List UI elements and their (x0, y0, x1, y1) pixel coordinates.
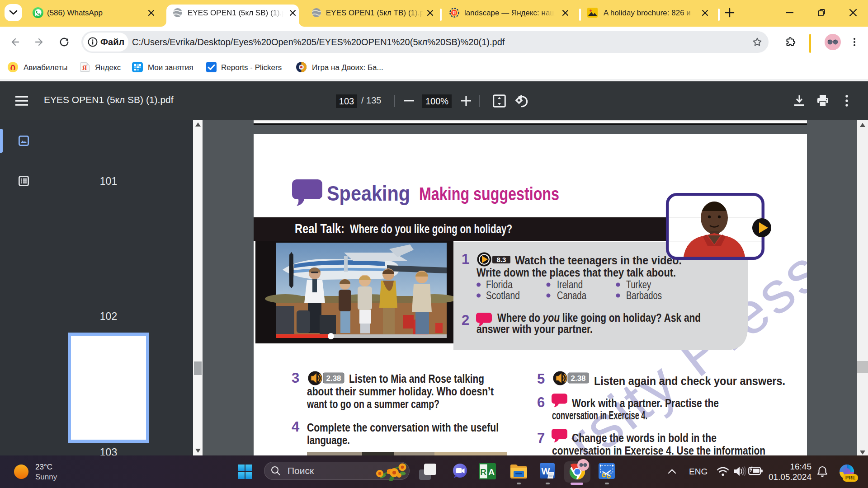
svg-text:Ireland: Ireland (557, 279, 583, 291)
svg-text:W: W (542, 466, 550, 476)
svg-text:conversation in Exercise 4.: conversation in Exercise 4. (552, 409, 647, 422)
svg-text:Я: Я (453, 10, 456, 15)
svg-text:Where do you like going on hol: Where do you like going on holiday? (350, 222, 512, 236)
svg-text:4: 4 (292, 419, 300, 435)
svg-text:6: 6 (537, 394, 545, 410)
svg-text:Watch the teenagers in the vid: Watch the teenagers in the video. (515, 253, 682, 267)
svg-text:conversation in Exercise 4. Us: conversation in Exercise 4. Use the info… (552, 444, 765, 455)
svg-text:R: R (480, 467, 486, 477)
svg-text:Write down the places that the: Write down the places that they talk abo… (476, 266, 676, 279)
svg-text:about their summer holiday. Wh: about their summer holiday. Who doesn’t (307, 385, 494, 398)
svg-text:Change the words in bold in th: Change the words in bold in the (572, 432, 717, 444)
svg-text:Canada: Canada (557, 290, 586, 301)
svg-text:Listen to Mia and Rose talking: Listen to Mia and Rose talking (349, 372, 484, 385)
svg-text:Complete the conversation with: Complete the conversation with the usefu… (307, 421, 499, 434)
svg-text:want to go on a summer camp?: want to go on a summer camp? (307, 398, 439, 410)
svg-text:8.3: 8.3 (497, 256, 506, 263)
svg-text:Work with a partner. Practise: Work with a partner. Practise the (572, 397, 719, 409)
svg-text:2.38: 2.38 (571, 374, 585, 383)
svg-text:Real Talk:: Real Talk: (295, 221, 344, 236)
svg-text:answer with your partner.: answer with your partner. (476, 322, 593, 336)
svg-text:Making suggestions: Making suggestions (419, 184, 559, 204)
svg-text:Speaking: Speaking (327, 181, 410, 205)
svg-text:Florida: Florida (486, 279, 513, 291)
svg-text:2: 2 (462, 312, 469, 328)
svg-text:language.: language. (307, 434, 350, 446)
svg-text:Listen again and check your an: Listen again and check your answers. (594, 375, 785, 387)
svg-text:A: A (488, 467, 495, 477)
svg-text:5: 5 (537, 371, 545, 387)
svg-text:7: 7 (537, 430, 545, 446)
svg-text:Turkey: Turkey (626, 279, 651, 291)
svg-text:Barbados: Barbados (626, 290, 662, 301)
svg-text:3: 3 (292, 370, 299, 386)
svg-text:Я: Я (82, 64, 87, 71)
svg-text:1: 1 (462, 251, 469, 267)
svg-text:Scotland: Scotland (486, 290, 520, 301)
svg-text:2.38: 2.38 (326, 374, 341, 383)
